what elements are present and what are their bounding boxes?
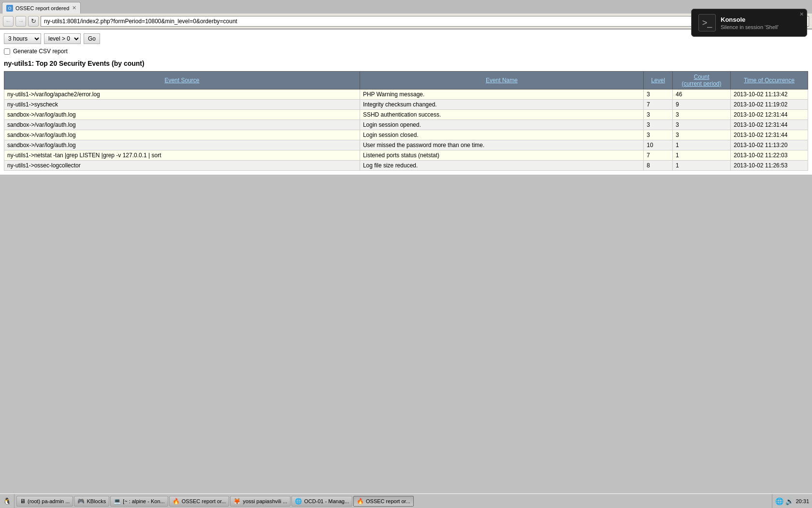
col-header-time[interactable]: Time of Occurrence <box>731 72 808 90</box>
col-header-level[interactable]: Level <box>644 72 673 90</box>
count-cell: 3 <box>673 110 731 120</box>
nav-bar: ← → ↻ <box>0 14 812 29</box>
time-cell: 2013-10-02 11:13:20 <box>731 140 808 150</box>
col-header-event-name[interactable]: Event Name <box>360 72 643 90</box>
time-cell: 2013-10-02 11:13:42 <box>731 90 808 100</box>
count-cell: 9 <box>673 100 731 110</box>
konsole-subtitle: Silence in session 'Shell' <box>721 24 779 30</box>
col-header-event-source[interactable]: Event Source <box>4 72 360 90</box>
event-name-cell: Log file size reduced. <box>360 161 643 171</box>
browser-chrome: O OSSEC report ordered ✕ ← → ↻ <box>0 0 812 30</box>
time-cell: 2013-10-02 12:31:44 <box>731 120 808 130</box>
event-source-cell: sandbox->/var/log/auth.log <box>4 130 360 140</box>
time-cell: 2013-10-02 11:22:03 <box>731 150 808 161</box>
event-source-cell: sandbox->/var/log/auth.log <box>4 110 360 120</box>
csv-checkbox[interactable] <box>4 48 10 55</box>
count-cell: 1 <box>673 140 731 150</box>
csv-row: Generate CSV report <box>4 48 808 55</box>
level-cell: 3 <box>644 120 673 130</box>
time-cell: 2013-10-02 12:31:44 <box>731 110 808 120</box>
event-name-cell: Login session opened. <box>360 120 643 130</box>
table-row[interactable]: sandbox->/var/log/auth.logLogin session … <box>4 130 808 140</box>
tab-favicon: O <box>6 5 13 12</box>
time-cell: 2013-10-02 12:31:44 <box>731 130 808 140</box>
event-name-cell: Login session closed. <box>360 130 643 140</box>
table-row[interactable]: sandbox->/var/log/auth.logUser missed th… <box>4 140 808 150</box>
go-button[interactable]: Go <box>84 33 100 44</box>
count-cell: 3 <box>673 120 731 130</box>
event-source-cell: sandbox->/var/log/auth.log <box>4 140 360 150</box>
event-name-cell: Integrity checksum changed. <box>360 100 643 110</box>
count-cell: 1 <box>673 150 731 161</box>
event-source-cell: ny-utils1->/var/log/apache2/error.log <box>4 90 360 100</box>
konsole-title: Konsole <box>721 16 779 23</box>
table-row[interactable]: ny-utils1->netstat -tan |grep LISTEN |gr… <box>4 150 808 161</box>
event-name-cell: PHP Warning message. <box>360 90 643 100</box>
event-source-cell: ny-utils1->ossec-logcollector <box>4 161 360 171</box>
level-cell: 3 <box>644 110 673 120</box>
event-name-cell: SSHD authentication success. <box>360 110 643 120</box>
event-name-cell: Listened ports status (netstat) <box>360 150 643 161</box>
konsole-icon: >_ <box>698 14 716 31</box>
table-row[interactable]: ny-utils1->/var/log/apache2/error.logPHP… <box>4 90 808 100</box>
browser-tab[interactable]: O OSSEC report ordered ✕ <box>2 2 81 14</box>
table-row[interactable]: ny-utils1->ossec-logcollectorLog file si… <box>4 161 808 171</box>
refresh-button[interactable]: ↻ <box>28 16 39 27</box>
page-content: 3 hours 6 hours 12 hours 24 hours level … <box>0 30 812 175</box>
back-button[interactable]: ← <box>3 16 14 27</box>
level-cell: 8 <box>644 161 673 171</box>
level-cell: 7 <box>644 100 673 110</box>
event-source-cell: ny-utils1->netstat -tan |grep LISTEN |gr… <box>4 150 360 161</box>
tab-bar: O OSSEC report ordered ✕ <box>0 0 812 14</box>
forward-button[interactable]: → <box>15 16 26 27</box>
table-row[interactable]: sandbox->/var/log/auth.logSSHD authentic… <box>4 110 808 120</box>
tab-title: OSSEC report ordered <box>15 5 69 11</box>
controls-row: 3 hours 6 hours 12 hours 24 hours level … <box>4 33 808 44</box>
event-source-cell: sandbox->/var/log/auth.log <box>4 120 360 130</box>
count-cell: 46 <box>673 90 731 100</box>
period-select[interactable]: 3 hours 6 hours 12 hours 24 hours <box>4 33 41 44</box>
level-cell: 3 <box>644 130 673 140</box>
count-cell: 3 <box>673 130 731 140</box>
csv-label[interactable]: Generate CSV report <box>13 48 68 55</box>
event-source-cell: ny-utils1->syscheck <box>4 100 360 110</box>
page-title: ny-utils1: Top 20 Security Events (by co… <box>4 60 808 67</box>
level-cell: 7 <box>644 150 673 161</box>
konsole-notification[interactable]: ✕ >_ Konsole Silence in session 'Shell' <box>691 9 807 37</box>
time-cell: 2013-10-02 11:26:53 <box>731 161 808 171</box>
table-row[interactable]: sandbox->/var/log/auth.logLogin session … <box>4 120 808 130</box>
col-header-count[interactable]: Count(current period) <box>673 72 731 90</box>
count-cell: 1 <box>673 161 731 171</box>
konsole-close-button[interactable]: ✕ <box>799 11 804 17</box>
table-row[interactable]: ny-utils1->syscheckIntegrity checksum ch… <box>4 100 808 110</box>
level-select[interactable]: level > 0 level > 3 level > 5 level > 7 <box>44 33 81 44</box>
level-cell: 10 <box>644 140 673 150</box>
tab-close-button[interactable]: ✕ <box>72 5 76 11</box>
event-name-cell: User missed the password more than one t… <box>360 140 643 150</box>
table-container: Event Source Event Name Level Count(curr… <box>4 71 808 171</box>
events-table: Event Source Event Name Level Count(curr… <box>4 71 808 171</box>
time-cell: 2013-10-02 11:19:02 <box>731 100 808 110</box>
level-cell: 3 <box>644 90 673 100</box>
